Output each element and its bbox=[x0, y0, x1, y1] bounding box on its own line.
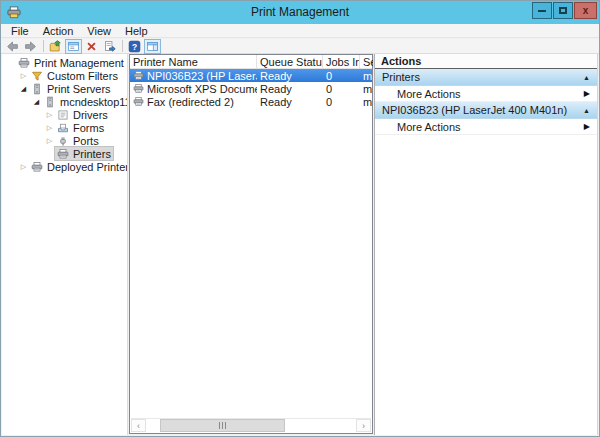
expander-icon[interactable]: ▷ bbox=[44, 134, 55, 147]
actions-pane: Actions Printers ▲ More Actions▶ NPI036B… bbox=[374, 54, 598, 435]
toolbar: ? bbox=[1, 39, 599, 54]
scrollbar-track[interactable] bbox=[146, 419, 356, 432]
forms-icon bbox=[57, 122, 70, 134]
printer-icon bbox=[133, 70, 145, 81]
drivers-icon bbox=[57, 109, 70, 121]
queue-status: Ready bbox=[257, 83, 323, 95]
server-name: m bbox=[360, 83, 374, 95]
printer-icon bbox=[133, 83, 145, 94]
action-section-header[interactable]: Printers ▲ bbox=[375, 69, 597, 86]
action-section-header[interactable]: NPI036B23 (HP LaserJet 400 M401n) ▲ bbox=[375, 102, 597, 119]
tree-item-label: Deployed Printers bbox=[47, 161, 128, 173]
scroll-right-button[interactable]: › bbox=[356, 419, 371, 432]
expander-icon[interactable]: ◢ bbox=[31, 95, 42, 108]
column-header-printer-name[interactable]: Printer Name bbox=[130, 55, 257, 68]
printer-name: NPI036B23 (HP LaserJet 400 M4... bbox=[147, 70, 257, 82]
menu-help[interactable]: Help bbox=[118, 25, 155, 37]
column-header-se[interactable]: Se bbox=[360, 55, 374, 68]
tree-item-label: Ports bbox=[73, 135, 99, 147]
ports-icon bbox=[57, 135, 70, 147]
action-section-title: Printers bbox=[382, 71, 583, 83]
tree-item-label: Drivers bbox=[73, 109, 108, 121]
tree-item-print-servers[interactable]: ◢ Print Servers bbox=[2, 82, 127, 95]
filter-icon bbox=[31, 70, 44, 82]
minimize-icon bbox=[538, 10, 546, 12]
table-row[interactable]: Microsoft XPS Document Writer Ready 0 m bbox=[130, 82, 372, 95]
tree-item-print-management[interactable]: Print Management bbox=[2, 56, 127, 69]
printer-name: Microsoft XPS Document Writer bbox=[147, 83, 257, 95]
close-button[interactable]: x bbox=[574, 2, 597, 19]
column-header-queue-status[interactable]: Queue Status bbox=[257, 55, 323, 68]
jobs-in-queue: 0 bbox=[323, 70, 360, 82]
menu-file[interactable]: File bbox=[4, 25, 36, 37]
action-more-actions[interactable]: More Actions▶ bbox=[375, 119, 597, 135]
action-section-printers: Printers ▲ More Actions▶ bbox=[375, 69, 597, 102]
queue-status: Ready bbox=[257, 70, 323, 82]
tree-item-printers[interactable]: Printers bbox=[2, 147, 127, 160]
column-header-jobs-in[interactable]: Jobs In ... bbox=[323, 55, 360, 68]
action-section-title: NPI036B23 (HP LaserJet 400 M401n) bbox=[382, 104, 583, 116]
tree-item-label: Printers bbox=[73, 148, 111, 160]
submenu-arrow-icon: ▶ bbox=[584, 122, 590, 131]
minimize-button[interactable] bbox=[532, 2, 552, 19]
expander-icon[interactable]: ▷ bbox=[18, 69, 29, 82]
help-icon[interactable]: ? bbox=[126, 39, 143, 54]
delete-icon[interactable] bbox=[83, 39, 100, 54]
scrollbar-thumb[interactable] bbox=[160, 419, 285, 432]
expander-icon[interactable]: ◢ bbox=[18, 82, 29, 95]
export-folder-icon[interactable] bbox=[47, 39, 64, 54]
back-arrow-icon[interactable] bbox=[4, 39, 21, 54]
tree-item-ports[interactable]: ▷ Ports bbox=[2, 134, 127, 147]
printer-icon bbox=[18, 57, 31, 69]
jobs-in-queue: 0 bbox=[323, 83, 360, 95]
app-printer-icon bbox=[6, 5, 22, 20]
expander-icon[interactable]: ▷ bbox=[18, 160, 29, 173]
table-row[interactable]: NPI036B23 (HP LaserJet 400 M4... Ready 0… bbox=[130, 69, 372, 82]
jobs-in-queue: 0 bbox=[323, 96, 360, 108]
submenu-arrow-icon: ▶ bbox=[584, 89, 590, 98]
horizontal-scrollbar[interactable]: ‹ › bbox=[131, 418, 371, 432]
export-list-icon[interactable] bbox=[101, 39, 118, 54]
collapse-arrow-icon[interactable]: ▲ bbox=[583, 107, 590, 114]
expander-icon[interactable]: ▷ bbox=[44, 121, 55, 134]
menu-action[interactable]: Action bbox=[36, 25, 81, 37]
tree-item-deployed-printers[interactable]: ▷ Deployed Printers bbox=[2, 160, 127, 173]
svg-text:?: ? bbox=[132, 41, 137, 51]
maximize-icon bbox=[559, 7, 567, 14]
maximize-button[interactable] bbox=[553, 2, 573, 19]
printer-list-pane: Printer NameQueue StatusJobs In ...Se NP… bbox=[129, 54, 373, 434]
show-hide-console-tree-icon[interactable] bbox=[65, 39, 82, 54]
server-name: m bbox=[360, 70, 374, 82]
action-item-label: More Actions bbox=[397, 121, 584, 133]
action-more-actions[interactable]: More Actions▶ bbox=[375, 86, 597, 102]
print-management-window: Print Management x FileActionViewHelp ? … bbox=[0, 0, 600, 437]
tree-item-drivers[interactable]: ▷ Drivers bbox=[2, 108, 127, 121]
table-row[interactable]: Fax (redirected 2) Ready 0 m bbox=[130, 95, 372, 108]
list-column-headers: Printer NameQueue StatusJobs In ...Se bbox=[130, 55, 372, 69]
show-action-pane-icon[interactable] bbox=[144, 39, 161, 54]
server-name: m bbox=[360, 96, 374, 108]
menu-view[interactable]: View bbox=[80, 25, 118, 37]
tree-item-custom-filters[interactable]: ▷ Custom Filters bbox=[2, 69, 127, 82]
printer-icon bbox=[133, 96, 145, 107]
collapse-arrow-icon[interactable]: ▲ bbox=[583, 74, 590, 81]
action-section-npi036b23-hp-laserjet-400-m401n: NPI036B23 (HP LaserJet 400 M401n) ▲ More… bbox=[375, 102, 597, 135]
scroll-left-button[interactable]: ‹ bbox=[131, 419, 146, 432]
menubar: FileActionViewHelp bbox=[1, 24, 599, 38]
tree-item-forms[interactable]: ▷ Forms bbox=[2, 121, 127, 134]
tree-item-mcndesktop11-local[interactable]: ◢ mcndesktop11 (local) bbox=[2, 95, 127, 108]
console-tree-pane: Print Management ▷ Custom Filters ◢ Prin… bbox=[2, 54, 128, 435]
tree-item-label: Custom Filters bbox=[47, 70, 118, 82]
queue-status: Ready bbox=[257, 96, 323, 108]
expander-icon[interactable]: ▷ bbox=[44, 108, 55, 121]
forward-arrow-icon[interactable] bbox=[22, 39, 39, 54]
tree-item-label: Print Management bbox=[34, 57, 124, 69]
toolbar-separator bbox=[122, 40, 123, 52]
actions-pane-title: Actions bbox=[375, 54, 597, 69]
action-item-label: More Actions bbox=[397, 88, 584, 100]
tree-item-label: mcndesktop11 (local) bbox=[60, 96, 128, 108]
tree-item-label: Forms bbox=[73, 122, 104, 134]
window-title: Print Management bbox=[101, 5, 499, 19]
server-icon bbox=[44, 96, 57, 108]
titlebar[interactable]: Print Management x bbox=[1, 1, 599, 24]
